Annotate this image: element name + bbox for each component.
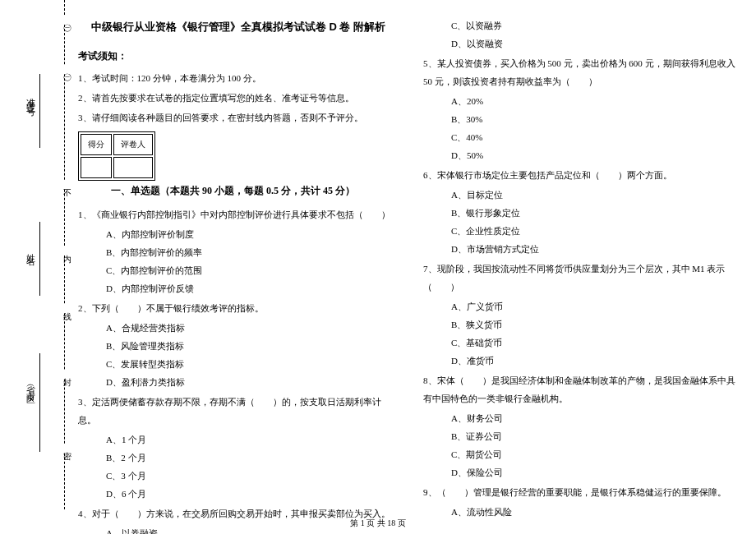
q7-opt-b: B、狭义货币 <box>423 315 744 334</box>
q7-opt-d: D、准货币 <box>423 352 744 370</box>
binding-char: ㊀ <box>61 66 72 74</box>
score-box: 得分 评卷人 <box>78 131 155 181</box>
q3-opt-a: A、1 个月 <box>78 430 399 449</box>
q6-stem: 6、宋体银行市场定位主要包括产品定位和（ ）两个方面。 <box>423 166 744 184</box>
binding-char: ㊀ <box>61 16 72 25</box>
q5-opt-c: C、40% <box>423 128 744 146</box>
q1-opt-b: B、内部控制评价的频率 <box>78 243 399 261</box>
notice-item: 3、请仔细阅读各种题目的回答要求，在密封线内答题，否则不予评分。 <box>78 108 399 127</box>
q1-stem: 1、《商业银行内部控制指引》中对内部控制评价进行具体要求不包括（ ） <box>78 205 399 223</box>
q3-opt-d: D、6 个月 <box>78 485 399 503</box>
page-footer: 第 1 页 共 18 页 <box>0 518 756 529</box>
q3-opt-b: B、2 个月 <box>78 449 399 467</box>
left-column: 中级银行从业资格《银行管理》全真模拟考试试卷 D 卷 附解析 考试须知： 1、考… <box>78 16 399 509</box>
q8-opt-b: B、证券公司 <box>423 427 744 445</box>
q9-stem: 9、（ ）管理是银行经营的重要职能，是银行体系稳健运行的重要保障。 <box>423 483 744 501</box>
field-label-region: 省（市区） <box>25 378 37 394</box>
q2-opt-d: D、盈利潜力类指标 <box>78 373 399 391</box>
field-line <box>39 353 40 452</box>
q5-stem: 5、某人投资债券，买入价格为 500 元，卖出价格为 600 元，期间获得利息收… <box>423 54 744 90</box>
binding-char: 内 <box>61 246 72 255</box>
field-label-name: 姓名 <box>25 246 37 253</box>
field-line <box>39 222 40 296</box>
q2-opt-a: A、合规经营类指标 <box>78 319 399 337</box>
binding-char: 封 <box>61 370 72 378</box>
q4-opt-d: D、以资融资 <box>423 35 744 53</box>
notice-item: 1、考试时间：120 分钟，本卷满分为 100 分。 <box>78 69 399 87</box>
q1-opt-a: A、内部控制评价制度 <box>78 225 399 243</box>
field-line <box>39 74 40 148</box>
q8-opt-c: C、期货公司 <box>423 445 744 463</box>
scorebox-score-label: 得分 <box>81 134 112 155</box>
right-column: C、以资融券 D、以资融资 5、某人投资债券，买入价格为 500 元，卖出价格为… <box>423 16 744 509</box>
q5-opt-a: A、20% <box>423 92 744 110</box>
q1-opt-c: C、内部控制评价的范围 <box>78 261 399 279</box>
q3-opt-c: C、3 个月 <box>78 467 399 485</box>
notice-item: 2、请首先按要求在试卷的指定位置填写您的姓名、准考证号等信息。 <box>78 89 399 107</box>
q5-opt-d: D、50% <box>423 146 744 164</box>
q4-opt-c: C、以资融券 <box>423 16 744 35</box>
q6-opt-c: C、企业性质定位 <box>423 222 744 240</box>
q2-opt-c: C、发展转型类指标 <box>78 355 399 373</box>
q2-stem: 2、下列（ ）不属于银行绩效考评的指标。 <box>78 299 399 317</box>
exam-title: 中级银行从业资格《银行管理》全真模拟考试试卷 D 卷 附解析 <box>78 16 399 38</box>
binding-char: 不 <box>61 181 72 189</box>
q7-opt-c: C、基础货币 <box>423 334 744 352</box>
field-label-admission: 准考证号 <box>25 90 37 104</box>
binding-char: 密 <box>61 444 72 452</box>
q1-opt-d: D、内部控制评价反馈 <box>78 279 399 297</box>
q3-stem: 3、定活两便储蓄存款存期不限，存期不满（ ）的，按支取日活期利率计息。 <box>78 393 399 429</box>
q6-opt-d: D、市场营销方式定位 <box>423 240 744 258</box>
section-1-heading: 一、单选题（本题共 90 小题，每题 0.5 分，共计 45 分） <box>111 181 355 200</box>
q8-opt-d: D、保险公司 <box>423 463 744 481</box>
notice-heading: 考试须知： <box>78 46 399 66</box>
scorebox-marker-label: 评卷人 <box>113 134 153 155</box>
q5-opt-b: B、30% <box>423 110 744 128</box>
q6-opt-b: B、银行形象定位 <box>423 204 744 222</box>
q8-stem: 8、宋体（ ）是我国经济体制和金融体制改革的产物，是我国金融体系中具有中国特色的… <box>423 371 744 407</box>
q8-opt-a: A、财务公司 <box>423 409 744 427</box>
q7-stem: 7、现阶段，我国按流动性不同将货币供应量划分为三个层次，其中 M1 表示（ ） <box>423 260 744 296</box>
binding-char: 线 <box>61 304 72 312</box>
q7-opt-a: A、广义货币 <box>423 297 744 315</box>
q2-opt-b: B、风险管理类指标 <box>78 337 399 355</box>
q6-opt-a: A、目标定位 <box>423 186 744 204</box>
